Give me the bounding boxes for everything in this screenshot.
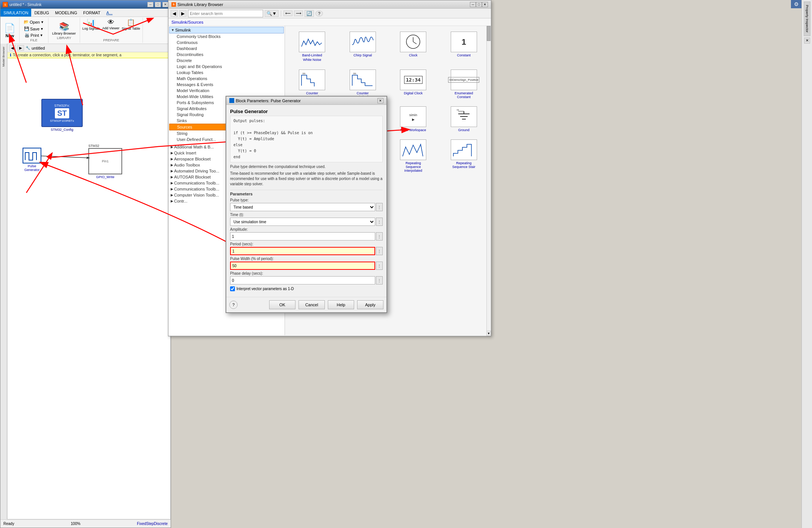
simulink-maximize-btn[interactable]: □ (155, 2, 161, 7)
tree-item-discrete[interactable]: Discrete (169, 57, 284, 64)
new-button[interactable]: 📄 New (3, 21, 17, 39)
amplitude-input[interactable] (230, 232, 375, 241)
menu-debug[interactable]: DEBUG (31, 9, 52, 17)
lib-back-btn[interactable]: ◀ (171, 10, 178, 17)
block-digital-clock[interactable]: 12:34 Digital Clock (389, 67, 438, 101)
toolbar-new-group: 📄 New (0, 18, 20, 43)
block-from-workspace[interactable]: simin ▶ From Workspace (389, 104, 438, 135)
amplitude-label: Amplitude: (230, 227, 383, 231)
lib-close-btn[interactable]: ✕ (482, 2, 488, 7)
save-button[interactable]: 💾Save ▼ (23, 26, 45, 32)
tree-item-simulink[interactable]: ▼ Simulink (169, 27, 284, 33)
tree-item-messages[interactable]: Messages & Events (169, 82, 284, 88)
pulse-gen-block[interactable]: PulseGenerator (23, 148, 41, 172)
sources-label: Sources (177, 125, 192, 129)
time-label: Time (t): (230, 213, 383, 217)
apply-button[interactable]: Apply (357, 300, 383, 309)
menu-apps[interactable]: A... (103, 9, 116, 17)
pulse-type-dots[interactable]: ⋮ (376, 203, 383, 211)
search-btn[interactable]: 🔍▼ (265, 10, 279, 17)
lib-scroll-down[interactable]: ▼ (486, 331, 491, 336)
time-dots[interactable]: ⋮ (376, 218, 383, 226)
tree-item-logic[interactable]: Logic and Bit Operations (169, 64, 284, 70)
close-property-tab[interactable]: ✕ (804, 38, 810, 44)
pulse-width-label: Pulse Width (% of period): (230, 257, 383, 261)
vector-params-checkbox[interactable] (230, 286, 235, 291)
gpio-block[interactable]: STM32 Pin1 GPIO_Write (88, 144, 122, 179)
connection-line (8, 61, 158, 212)
tree-item-lookup[interactable]: Lookup Tables (169, 70, 284, 76)
block-constant[interactable]: 1 Constant (440, 29, 488, 65)
menu-simulation[interactable]: SIMULATION (0, 9, 31, 17)
lib-forward-btn[interactable]: ▶ (179, 10, 186, 17)
block-chirp-signal[interactable]: Chirp Signal (339, 29, 387, 65)
prepare-group-label: PREPARE (103, 38, 119, 42)
simulink-close-btn[interactable]: ✕ (162, 2, 168, 7)
menu-modeling[interactable]: MODELING (52, 9, 80, 17)
lib-refresh-btn[interactable]: 🔄 (304, 10, 314, 17)
lib-nav-btn1[interactable]: ⟵ (283, 11, 292, 16)
ok-button[interactable]: OK (269, 300, 295, 309)
phase-delay-dots[interactable]: ⋮ (376, 276, 383, 284)
tree-item-dashboard[interactable]: Dashboard (169, 45, 284, 51)
log-signals-button[interactable]: 📊 Log Signals (82, 18, 100, 30)
lib-help-btn[interactable]: ? (315, 11, 323, 17)
tree-item-commonly-used[interactable]: Commonly Used Blocks (169, 33, 284, 39)
lib-nav-btn2[interactable]: ⟶ (294, 11, 303, 16)
dialog-prose-2: Time-based is recommended for use with a… (230, 171, 383, 187)
canvas-back-btn[interactable]: ◀ (9, 45, 16, 51)
lib-scroll-thumb[interactable] (487, 26, 491, 41)
lib-maximize-btn[interactable]: □ (476, 2, 482, 7)
search-box[interactable] (188, 10, 263, 17)
st-logo: ST (55, 108, 69, 118)
library-browser-button[interactable]: 📚 Library Browser (52, 21, 77, 36)
dialog-close-btn[interactable]: ✕ (377, 98, 383, 103)
canvas-toolbar: ◀ ▶ 🔧 untitled (8, 44, 170, 52)
tree-item-model-verification[interactable]: Model Verification (169, 88, 284, 94)
pulse-width-dots[interactable]: ⋮ (376, 262, 383, 270)
pulse-width-input[interactable] (230, 262, 375, 270)
period-dots[interactable]: ⋮ (376, 247, 383, 255)
tree-item-continuous[interactable]: Continuous (169, 39, 284, 45)
dialog-help-btn[interactable]: ? (229, 301, 238, 309)
library-title-text: Simulink Library Browser (177, 2, 223, 7)
property-inspector-tab[interactable]: Property Inspector (804, 2, 810, 36)
info-icon: ℹ (10, 53, 11, 57)
phase-delay-input[interactable] (230, 276, 375, 284)
info-text: To create a connection, click a port, te… (13, 53, 121, 57)
cancel-button[interactable]: Cancel (298, 300, 325, 309)
simulink-minimize-btn[interactable]: ─ (147, 2, 153, 7)
menu-format[interactable]: FORMAT (80, 9, 103, 17)
signal-table-button[interactable]: 📋 Signal Table (122, 18, 140, 30)
block-band-limited[interactable]: Band-LimitedWhite Noise (288, 29, 336, 65)
search-input[interactable] (190, 11, 261, 16)
gear-area[interactable]: ⚙ (791, 0, 801, 8)
block-label-ground: Ground (458, 128, 470, 132)
help-button[interactable]: Help (328, 300, 354, 309)
canvas-forward-btn[interactable]: ▶ (17, 45, 24, 51)
gpio-write-label: GPIO_Write (88, 175, 122, 179)
model-browser-tab[interactable]: Model Browser (1, 45, 6, 68)
block-rep-seq-stair[interactable]: RepeatingSequence Stair (440, 137, 488, 175)
simulink-title-bar: S untitled * - Simulink ─ □ ✕ (0, 0, 171, 9)
block-icon-counter-limited: im (350, 70, 376, 90)
tree-item-discontinuities[interactable]: Discontinuities (169, 51, 284, 57)
svg-line-0 (41, 156, 88, 158)
block-rep-seq-interp[interactable]: RepeatingSequenceInterpolated (389, 137, 438, 175)
pulse-type-select[interactable]: Time based Sample based (230, 203, 375, 211)
block-clock[interactable]: Clock (389, 29, 438, 65)
stm32-block[interactable]: STM32Fx: ST STM32F103RBTx STM32_Config (41, 99, 83, 132)
lib-minimize-btn[interactable]: ─ (470, 2, 476, 7)
amplitude-dots[interactable]: ⋮ (376, 232, 383, 241)
block-icon-clock (400, 32, 426, 52)
block-ground[interactable]: ⇒ Ground (440, 104, 488, 135)
print-button[interactable]: 🖨️Print ▼ (23, 32, 45, 38)
block-icon-digital-clock: 12:34 (400, 70, 426, 90)
open-button[interactable]: 📂Open ▼ (22, 18, 46, 26)
time-select[interactable]: Use simulation time (230, 218, 375, 226)
add-viewer-button[interactable]: 👁 Add Viewer (102, 18, 120, 30)
lib-scrollbar[interactable]: ▼ (486, 26, 491, 336)
period-input[interactable] (230, 247, 375, 255)
block-enum-constant[interactable]: SIDemoSign_Positive EnumeratedConstant (440, 67, 488, 101)
tree-item-math[interactable]: Math Operations (169, 76, 284, 82)
